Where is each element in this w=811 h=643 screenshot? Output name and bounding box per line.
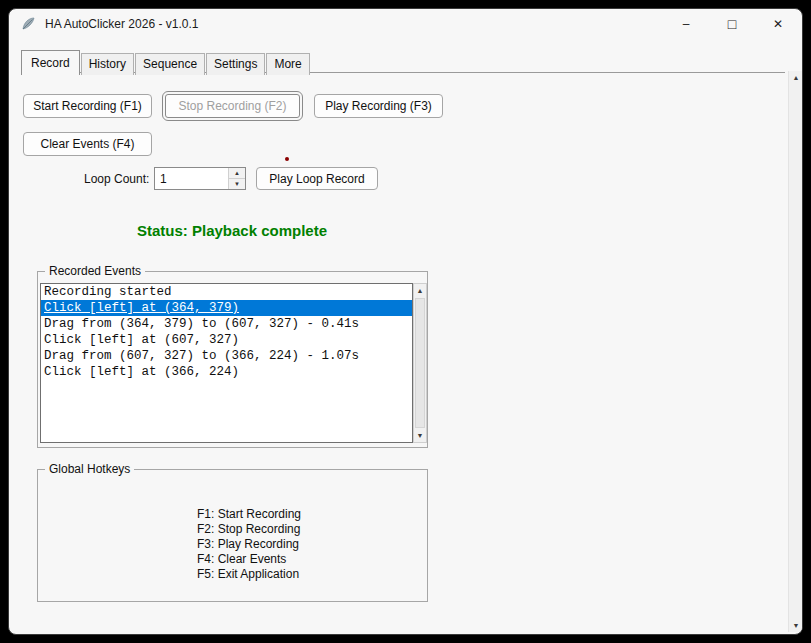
global-hotkeys-group: Global Hotkeys F1: Start Recording F2: S… bbox=[37, 469, 428, 602]
clear-events-button[interactable]: Clear Events (F4) bbox=[23, 132, 152, 156]
event-row[interactable]: Click [left] at (607, 327) bbox=[41, 332, 412, 348]
window-scroll-down-icon[interactable]: ▼ bbox=[789, 619, 803, 632]
listbox-scrollbar[interactable]: ▲ ▼ bbox=[413, 283, 427, 443]
hotkey-line: F1: Start Recording bbox=[197, 507, 301, 522]
tab-bar: Record History Sequence Settings More bbox=[21, 50, 311, 75]
app-window: HA AutoClicker 2026 - v1.0.1 – □ ✕ Recor… bbox=[8, 8, 803, 635]
window-title: HA AutoClicker 2026 - v1.0.1 bbox=[45, 17, 198, 31]
recorded-events-group: Recorded Events Recording started Click … bbox=[37, 271, 428, 448]
tab-history[interactable]: History bbox=[81, 53, 134, 75]
red-dot-marker bbox=[285, 157, 289, 161]
spin-down-icon[interactable]: ▼ bbox=[229, 178, 245, 189]
loop-count-spinbox[interactable]: 1 ▲ ▼ bbox=[154, 167, 246, 190]
maximize-button[interactable]: □ bbox=[709, 9, 755, 39]
recorded-events-listbox[interactable]: Recording started Click [left] at (364, … bbox=[40, 283, 413, 443]
event-row[interactable]: Drag from (364, 379) to (607, 327) - 0.4… bbox=[41, 316, 412, 332]
event-row-selected[interactable]: Click [left] at (364, 379) bbox=[41, 300, 412, 316]
tab-settings[interactable]: Settings bbox=[206, 53, 265, 75]
spin-up-icon[interactable]: ▲ bbox=[229, 168, 245, 178]
hotkey-line: F3: Play Recording bbox=[197, 537, 301, 552]
hotkey-line: F4: Clear Events bbox=[197, 552, 301, 567]
tab-record[interactable]: Record bbox=[21, 50, 80, 75]
play-loop-record-button[interactable]: Play Loop Record bbox=[256, 167, 378, 190]
window-scroll-up-icon[interactable]: ▲ bbox=[789, 71, 803, 84]
window-scrollbar[interactable]: ▲ ▼ bbox=[788, 71, 802, 632]
loop-count-value[interactable]: 1 bbox=[155, 168, 228, 189]
app-feather-icon bbox=[20, 16, 36, 32]
scrollbar-thumb[interactable] bbox=[415, 298, 425, 428]
close-button[interactable]: ✕ bbox=[755, 9, 801, 39]
event-row[interactable]: Click [left] at (366, 224) bbox=[41, 364, 412, 380]
stop-recording-button: Stop Recording (F2) bbox=[165, 94, 300, 118]
hotkey-list: F1: Start Recording F2: Stop Recording F… bbox=[197, 507, 301, 582]
event-row[interactable]: Recording started bbox=[41, 284, 412, 300]
event-row[interactable]: Drag from (607, 327) to (366, 224) - 1.0… bbox=[41, 348, 412, 364]
global-hotkeys-group-title: Global Hotkeys bbox=[45, 462, 134, 476]
minimize-button[interactable]: – bbox=[663, 9, 709, 39]
start-recording-button[interactable]: Start Recording (F1) bbox=[23, 94, 152, 118]
scroll-down-icon[interactable]: ▼ bbox=[414, 429, 426, 442]
loop-count-label: Loop Count: bbox=[84, 172, 149, 186]
titlebar: HA AutoClicker 2026 - v1.0.1 – □ ✕ bbox=[9, 9, 802, 39]
play-recording-button[interactable]: Play Recording (F3) bbox=[314, 94, 443, 118]
hotkey-line: F5: Exit Application bbox=[197, 567, 301, 582]
spinner-arrows: ▲ ▼ bbox=[228, 168, 245, 189]
hotkey-line: F2: Stop Recording bbox=[197, 522, 301, 537]
recorded-events-group-title: Recorded Events bbox=[45, 264, 145, 278]
desktop: { "window": { "title": "HA AutoClicker 2… bbox=[0, 0, 811, 643]
status-text: Status: Playback complete bbox=[9, 222, 455, 239]
window-controls: – □ ✕ bbox=[663, 9, 801, 39]
scroll-up-icon[interactable]: ▲ bbox=[414, 284, 426, 297]
tab-sequence[interactable]: Sequence bbox=[135, 53, 205, 75]
tab-more[interactable]: More bbox=[266, 53, 309, 75]
